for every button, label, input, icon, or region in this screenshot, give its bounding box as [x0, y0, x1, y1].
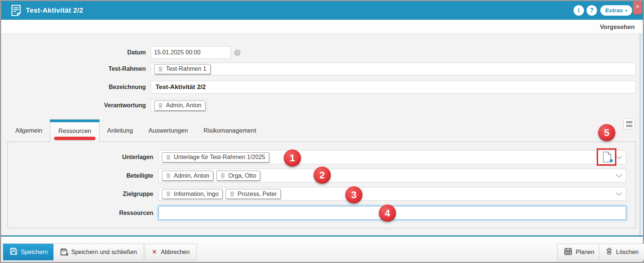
tag-chip-label: Information, Ingo	[174, 191, 219, 197]
info-button[interactable]: i	[574, 5, 584, 16]
cancel-button[interactable]: ✕ Abbrechen	[145, 244, 197, 260]
row-unterlagen: Unterlagen Unterlage für Test-Rahmen 1/2…	[8, 150, 635, 164]
tab-bar: AllgemeinRessourcenAnleitungAuswertungen…	[7, 119, 264, 142]
verantwortung-label: Verantwortung	[1, 99, 146, 112]
collapse-panels-button[interactable]	[623, 118, 635, 129]
tag-chip[interactable]: Information, Ingo	[162, 189, 223, 199]
annotation-badge-2: 2	[314, 167, 331, 184]
annotation-badge-5: 5	[598, 124, 615, 141]
tag-chip-label: Prozess, Peter	[238, 191, 277, 197]
tag-chip-label: Unterlage für Test-Rahmen 1/2025	[174, 154, 265, 161]
tab-risikomanagement[interactable]: Risikomanagement	[196, 119, 264, 142]
annotation-badge-3: 3	[345, 186, 362, 203]
delete-label: Löschen	[616, 249, 639, 256]
chevron-down-icon[interactable]	[615, 174, 623, 178]
tag-chip[interactable]: Admin, Anton	[162, 171, 213, 181]
cancel-label: Abbrechen	[161, 249, 189, 256]
bezeichnung-field[interactable]: Test-Aktivität 2/2	[151, 81, 636, 94]
tag-chip-label: Admin, Anton	[174, 172, 209, 179]
dialog-title: Test-Aktivität 2/2	[26, 1, 83, 20]
activity-document-icon	[11, 5, 21, 18]
tab-auswertungen[interactable]: Auswertungen	[141, 119, 196, 142]
delete-button[interactable]: Löschen	[599, 244, 644, 260]
dialog-footer: Speichern ✕ Speichern und schließen ✕ Ab…	[1, 237, 643, 262]
bezeichnung-value: Test-Aktivität 2/2	[154, 83, 206, 91]
dialog-titlebar: Test-Aktivität 2/2 i ? Extras ▾ ✕	[1, 1, 643, 20]
dialog-content: Datum ✕ Test-Rahmen Test-Rahmen 1 Bezeic…	[1, 34, 643, 235]
clear-date-icon[interactable]: ✕	[234, 50, 241, 56]
row-ressourcen: Ressourcen	[8, 206, 635, 220]
trash-icon[interactable]	[166, 173, 171, 178]
datum-field[interactable]: ✕	[151, 46, 231, 59]
save-label: Speichern	[21, 249, 48, 256]
cancel-x-icon: ✕	[152, 248, 157, 256]
unterlagen-label: Unterlagen	[8, 150, 153, 164]
tab-anleitung[interactable]: Anleitung	[100, 119, 141, 142]
plan-button[interactable]: Planen	[557, 244, 601, 260]
save-and-close-button[interactable]: ✕ Speichern und schließen	[53, 244, 144, 260]
dialog-window: Test-Aktivität 2/2 i ? Extras ▾ ✕ Vorges…	[0, 0, 644, 263]
row-test-rahmen: Test-Rahmen Test-Rahmen 1	[1, 63, 643, 75]
extras-label: Extras	[605, 7, 623, 14]
caret-down-icon: ▾	[625, 8, 627, 13]
extras-button[interactable]: Extras ▾	[600, 5, 632, 16]
row-bezeichnung: Bezeichnung Test-Aktivität 2/2	[1, 81, 643, 94]
trash-icon[interactable]	[166, 191, 171, 197]
tag-chip[interactable]: Unterlage für Test-Rahmen 1/2025	[162, 152, 269, 162]
tag-chip-label: Test-Rahmen 1	[166, 66, 207, 72]
trash-icon[interactable]	[166, 155, 171, 160]
annotation-highlight-rect	[597, 148, 616, 166]
annotation-badge-1: 1	[284, 149, 301, 167]
datum-input[interactable]	[154, 49, 231, 56]
chevron-down-icon[interactable]	[615, 192, 623, 196]
tab-ressourcen[interactable]: Ressourcen	[50, 119, 99, 142]
tag-chip[interactable]: Test-Rahmen 1	[154, 64, 211, 74]
calendar-icon	[564, 247, 572, 257]
trash-icon[interactable]	[230, 191, 235, 197]
save-icon	[10, 248, 17, 256]
tab-allgemein[interactable]: Allgemein	[7, 119, 50, 142]
close-button[interactable]: ✕	[633, 1, 642, 15]
tag-chip[interactable]: Orga, Otto	[216, 171, 260, 181]
trash-icon	[606, 248, 612, 256]
beteiligte-label: Beteiligte	[8, 169, 153, 183]
beteiligte-field[interactable]: Admin, AntonOrga, Otto	[158, 169, 626, 183]
save-close-icon: ✕	[60, 248, 67, 256]
zielgruppe-field[interactable]: Information, IngoProzess, Peter	[158, 187, 626, 201]
plan-label: Planen	[576, 249, 594, 256]
tag-chip-label: Orga, Otto	[228, 172, 256, 179]
tag-chip-label: Admin, Anton	[166, 102, 201, 109]
verantwortung-field[interactable]: Admin, Anton	[151, 99, 207, 112]
zielgruppe-label: Zielgruppe	[8, 187, 153, 201]
bars-icon	[626, 121, 632, 123]
chevron-down-icon[interactable]	[615, 155, 623, 159]
row-zielgruppe: Zielgruppe Information, IngoProzess, Pet…	[8, 187, 635, 201]
tag-chip[interactable]: Prozess, Peter	[226, 189, 281, 199]
trash-icon[interactable]	[158, 103, 163, 108]
unterlagen-field[interactable]: Unterlage für Test-Rahmen 1/2025 ✱	[158, 150, 626, 164]
row-datum: Datum ✕	[1, 46, 643, 59]
save-close-label: Speichern und schließen	[71, 249, 137, 256]
test-rahmen-field[interactable]: Test-Rahmen 1	[151, 63, 636, 75]
test-rahmen-label: Test-Rahmen	[1, 63, 146, 75]
save-button[interactable]: Speichern	[3, 244, 55, 260]
help-button[interactable]: ?	[587, 5, 597, 16]
status-badge: Vorgesehen	[600, 20, 635, 34]
annotation-badge-4: 4	[379, 205, 396, 222]
tag-chip[interactable]: Admin, Anton	[154, 101, 205, 111]
trash-icon[interactable]	[220, 173, 225, 178]
trash-icon[interactable]	[158, 66, 163, 72]
ressourcen-tab-panel: Unterlagen Unterlage für Test-Rahmen 1/2…	[7, 142, 636, 228]
datum-label: Datum	[1, 46, 146, 59]
row-verantwortung: Verantwortung Admin, Anton	[1, 99, 643, 112]
bezeichnung-label: Bezeichnung	[1, 81, 146, 94]
ressourcen-label: Ressourcen	[8, 206, 153, 220]
status-bar: Vorgesehen	[1, 20, 643, 34]
